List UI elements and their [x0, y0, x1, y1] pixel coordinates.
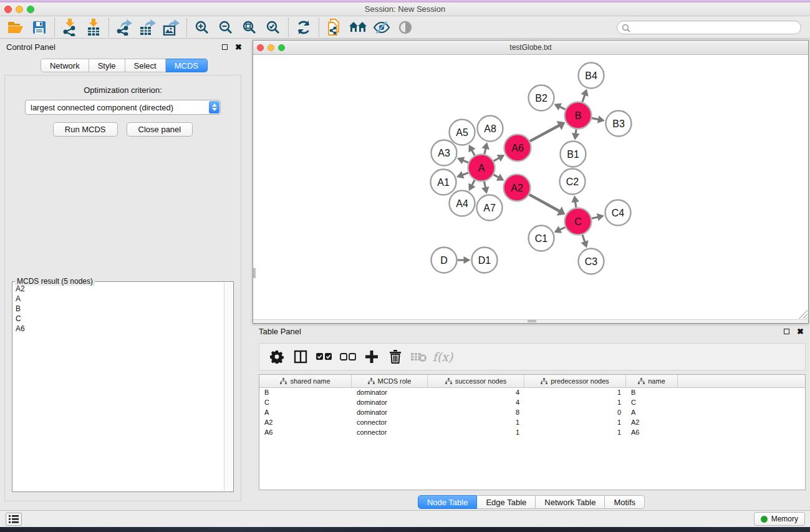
export-image-icon[interactable]	[160, 17, 183, 37]
zoom-in-icon[interactable]	[190, 17, 214, 37]
network-vscroll-thumb[interactable]	[253, 268, 256, 278]
mcds-result-scrollbar[interactable]	[224, 283, 233, 491]
tab-mcds[interactable]: MCDS	[166, 59, 208, 72]
mcds-result-item[interactable]: B	[13, 304, 224, 314]
cell-successor-nodes[interactable]: 1	[428, 418, 524, 428]
edge-C-C3[interactable]	[582, 235, 585, 243]
network-graph[interactable]: B4B2BB3A8A5A6A3B1AC2A1A2A4A7C4CC1C3DD1	[253, 55, 808, 319]
cell-shared-name[interactable]: A	[259, 408, 352, 418]
cell-shared-name[interactable]: C	[259, 398, 352, 408]
column-header-predecessor-nodes[interactable]: predecessor nodes	[524, 375, 626, 387]
export-table-icon[interactable]	[136, 17, 160, 37]
cell-shared-name[interactable]: A2	[259, 418, 352, 428]
cell-MCDS-role[interactable]: connector	[352, 418, 428, 428]
import-table-icon[interactable]	[82, 17, 105, 37]
tab-network-table[interactable]: Network Table	[536, 495, 605, 509]
show-all-icon[interactable]	[393, 17, 417, 37]
cell-MCDS-role[interactable]: dominator	[352, 408, 428, 418]
node-label-A4: A4	[456, 198, 468, 209]
delete-icon[interactable]	[384, 346, 407, 368]
cell-shared-name[interactable]: B	[259, 388, 352, 398]
open-file-icon[interactable]	[4, 17, 27, 37]
cell-predecessor-nodes[interactable]: 1	[524, 418, 626, 428]
deselect-all-icon[interactable]	[337, 346, 359, 368]
zoom-fit-icon[interactable]	[238, 17, 261, 37]
zoom-out-icon[interactable]	[214, 17, 238, 37]
cell-name[interactable]: C	[626, 398, 678, 408]
zoom-selected-icon[interactable]	[261, 17, 285, 37]
function-builder-icon[interactable]: f(x)	[432, 346, 454, 368]
search-input[interactable]	[632, 22, 796, 33]
cell-MCDS-role[interactable]: connector	[352, 428, 428, 438]
mcds-result-list[interactable]: A2ABCA6	[13, 284, 224, 491]
cell-predecessor-nodes[interactable]: 0	[524, 408, 626, 418]
cell-shared-name[interactable]: A6	[259, 428, 352, 438]
resize-grip-icon[interactable]	[799, 310, 808, 319]
cell-predecessor-nodes[interactable]: 1	[524, 398, 626, 408]
cell-successor-nodes[interactable]: 4	[428, 388, 524, 398]
table-row[interactable]: Adominator80A	[259, 408, 805, 418]
close-panel-icon[interactable]: ✖	[797, 329, 804, 334]
cell-predecessor-nodes[interactable]: 1	[524, 388, 626, 398]
task-history-button[interactable]	[6, 513, 22, 526]
close-panel-button[interactable]: Close panel	[127, 122, 193, 137]
column-header-shared-name[interactable]: shared name	[259, 375, 352, 387]
mcds-result-item[interactable]: C	[13, 314, 224, 324]
cell-name[interactable]: A6	[626, 428, 678, 438]
column-header-successor-nodes[interactable]: successor nodes	[428, 375, 524, 387]
column-header-name[interactable]: name	[626, 375, 678, 387]
cell-name[interactable]: B	[626, 388, 678, 398]
select-stepper-icon	[209, 101, 219, 114]
status-bar: Memory	[0, 510, 810, 527]
cell-successor-nodes[interactable]: 4	[428, 398, 524, 408]
search-field[interactable]	[617, 21, 801, 34]
cell-MCDS-role[interactable]: dominator	[352, 398, 428, 408]
mcds-result-item[interactable]: A	[13, 294, 224, 304]
node-table-header: shared nameMCDS rolesuccessor nodesprede…	[259, 375, 805, 388]
float-panel-icon[interactable]	[222, 44, 228, 50]
edge-A2-C[interactable]	[529, 195, 561, 211]
cell-MCDS-role[interactable]: dominator	[352, 388, 428, 398]
cell-successor-nodes[interactable]: 1	[428, 428, 524, 438]
save-session-icon[interactable]	[27, 17, 51, 37]
new-network-from-selection-icon[interactable]	[322, 17, 346, 37]
network-hscroll-thumb[interactable]	[528, 320, 536, 322]
tab-motifs[interactable]: Motifs	[605, 495, 645, 509]
table-row[interactable]: A2connector11A2	[259, 418, 805, 428]
export-network-icon[interactable]	[112, 17, 136, 37]
network-canvas[interactable]: B4B2BB3A8A5A6A3B1AC2A1A2A4A7C4CC1C3DD1	[253, 55, 808, 319]
table-row[interactable]: Bdominator41B	[259, 388, 805, 398]
columns-icon[interactable]	[289, 346, 312, 368]
tab-style[interactable]: Style	[89, 59, 125, 72]
first-neighbors-icon[interactable]	[346, 17, 370, 37]
mcds-result-item[interactable]: A6	[13, 324, 224, 334]
float-panel-icon[interactable]	[784, 329, 789, 334]
memory-button[interactable]: Memory	[754, 512, 805, 526]
tab-network[interactable]: Network	[41, 59, 89, 72]
tab-edge-table[interactable]: Edge Table	[477, 495, 536, 509]
table-row[interactable]: Cdominator41C	[259, 398, 805, 408]
cell-name[interactable]: A2	[626, 418, 678, 428]
import-network-icon[interactable]	[58, 17, 82, 37]
apply-layout-icon[interactable]	[292, 17, 316, 37]
select-all-icon[interactable]	[313, 346, 335, 368]
table-panel-header: Table Panel ✖	[253, 323, 810, 339]
delete-table-icon[interactable]	[408, 346, 430, 368]
table-row[interactable]: A6connector11A6	[259, 428, 805, 438]
gear-icon[interactable]	[266, 346, 288, 368]
tab-node-table[interactable]: Node Table	[418, 495, 478, 509]
tab-select[interactable]: Select	[125, 59, 166, 72]
run-mcds-button[interactable]: Run MCDS	[53, 122, 118, 137]
add-icon[interactable]	[360, 346, 383, 368]
cell-predecessor-nodes[interactable]: 1	[524, 428, 626, 438]
optimization-criterion-select[interactable]: largest connected component (directed)	[25, 100, 221, 115]
edge-A6-B[interactable]	[530, 125, 561, 141]
cell-name[interactable]: A	[626, 408, 678, 418]
network-window-titlebar[interactable]: testGlobe.txt	[253, 41, 808, 55]
mcds-result-item[interactable]: A2	[13, 284, 224, 294]
hide-selection-icon[interactable]	[370, 17, 393, 37]
column-header-MCDS-role[interactable]: MCDS role	[352, 375, 428, 387]
cell-successor-nodes[interactable]: 8	[428, 408, 524, 418]
close-panel-icon[interactable]: ✖	[235, 44, 242, 50]
edge-B-B4[interactable]	[582, 94, 585, 102]
